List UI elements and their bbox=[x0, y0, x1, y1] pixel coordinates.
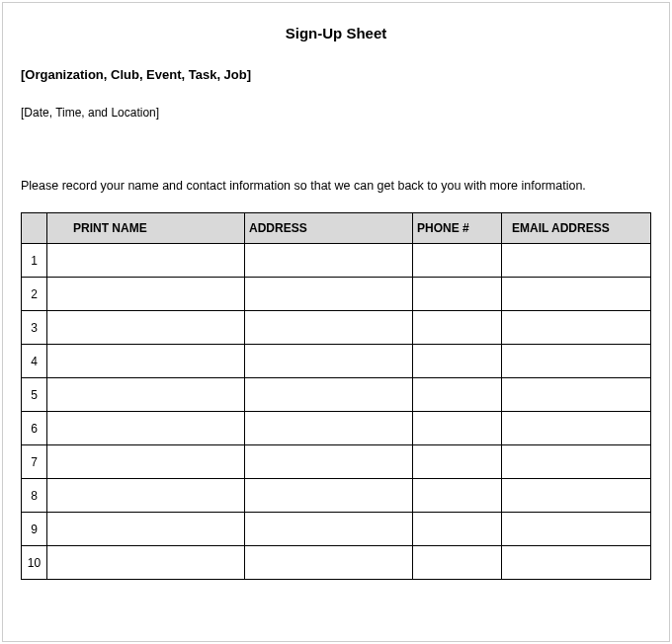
header-address: ADDRESS bbox=[245, 213, 413, 244]
table-row: 1 bbox=[22, 244, 651, 278]
cell-name[interactable] bbox=[47, 378, 245, 412]
datetime-placeholder: [Date, Time, and Location] bbox=[21, 106, 651, 120]
cell-phone[interactable] bbox=[413, 513, 502, 546]
cell-email[interactable] bbox=[502, 311, 651, 345]
row-number: 1 bbox=[22, 244, 47, 278]
cell-address[interactable] bbox=[245, 546, 413, 580]
header-phone: PHONE # bbox=[413, 213, 502, 244]
row-number: 8 bbox=[22, 479, 47, 513]
row-number: 9 bbox=[22, 513, 47, 546]
cell-phone[interactable] bbox=[413, 378, 502, 412]
cell-email[interactable] bbox=[502, 378, 651, 412]
table-row: 5 bbox=[22, 378, 651, 412]
cell-address[interactable] bbox=[245, 479, 413, 513]
cell-address[interactable] bbox=[245, 345, 413, 378]
organization-placeholder: [Organization, Club, Event, Task, Job] bbox=[21, 67, 651, 82]
cell-address[interactable] bbox=[245, 412, 413, 445]
cell-name[interactable] bbox=[47, 479, 245, 513]
cell-address[interactable] bbox=[245, 244, 413, 278]
row-number: 6 bbox=[22, 412, 47, 445]
document-page: Sign-Up Sheet [Organization, Club, Event… bbox=[2, 2, 670, 642]
cell-phone[interactable] bbox=[413, 345, 502, 378]
cell-address[interactable] bbox=[245, 378, 413, 412]
header-name: PRINT NAME bbox=[47, 213, 245, 244]
cell-email[interactable] bbox=[502, 412, 651, 445]
cell-phone[interactable] bbox=[413, 244, 502, 278]
signup-table: PRINT NAME ADDRESS PHONE # EMAIL ADDRESS… bbox=[21, 212, 651, 580]
table-row: 2 bbox=[22, 278, 651, 311]
table-row: 6 bbox=[22, 412, 651, 445]
cell-phone[interactable] bbox=[413, 479, 502, 513]
cell-email[interactable] bbox=[502, 278, 651, 311]
header-email: EMAIL ADDRESS bbox=[502, 213, 651, 244]
cell-address[interactable] bbox=[245, 278, 413, 311]
row-number: 4 bbox=[22, 345, 47, 378]
cell-name[interactable] bbox=[47, 244, 245, 278]
table-header-row: PRINT NAME ADDRESS PHONE # EMAIL ADDRESS bbox=[22, 213, 651, 244]
cell-phone[interactable] bbox=[413, 278, 502, 311]
table-row: 9 bbox=[22, 513, 651, 546]
cell-address[interactable] bbox=[245, 513, 413, 546]
cell-address[interactable] bbox=[245, 445, 413, 479]
cell-email[interactable] bbox=[502, 479, 651, 513]
cell-name[interactable] bbox=[47, 546, 245, 580]
row-number: 2 bbox=[22, 278, 47, 311]
row-number: 7 bbox=[22, 445, 47, 479]
table-row: 4 bbox=[22, 345, 651, 378]
instruction-text: Please record your name and contact info… bbox=[21, 179, 651, 193]
cell-email[interactable] bbox=[502, 513, 651, 546]
cell-email[interactable] bbox=[502, 345, 651, 378]
cell-address[interactable] bbox=[245, 311, 413, 345]
page-title: Sign-Up Sheet bbox=[21, 25, 651, 41]
table-row: 7 bbox=[22, 445, 651, 479]
cell-phone[interactable] bbox=[413, 445, 502, 479]
cell-phone[interactable] bbox=[413, 546, 502, 580]
cell-phone[interactable] bbox=[413, 412, 502, 445]
cell-name[interactable] bbox=[47, 513, 245, 546]
cell-email[interactable] bbox=[502, 445, 651, 479]
cell-name[interactable] bbox=[47, 445, 245, 479]
cell-name[interactable] bbox=[47, 278, 245, 311]
cell-phone[interactable] bbox=[413, 311, 502, 345]
cell-name[interactable] bbox=[47, 412, 245, 445]
table-row: 8 bbox=[22, 479, 651, 513]
table-body: 12345678910 bbox=[22, 244, 651, 580]
row-number: 10 bbox=[22, 546, 47, 580]
cell-name[interactable] bbox=[47, 311, 245, 345]
row-number: 3 bbox=[22, 311, 47, 345]
table-row: 10 bbox=[22, 546, 651, 580]
header-num bbox=[22, 213, 47, 244]
cell-email[interactable] bbox=[502, 244, 651, 278]
table-row: 3 bbox=[22, 311, 651, 345]
row-number: 5 bbox=[22, 378, 47, 412]
cell-name[interactable] bbox=[47, 345, 245, 378]
cell-email[interactable] bbox=[502, 546, 651, 580]
